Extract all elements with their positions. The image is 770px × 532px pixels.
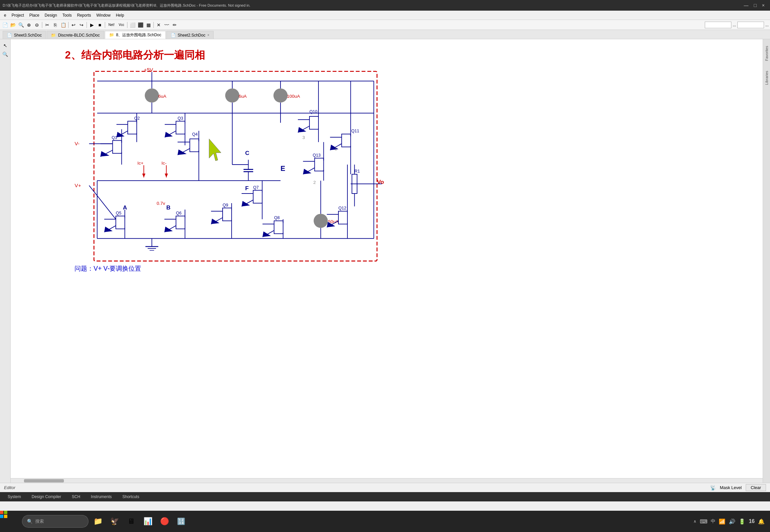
libraries-label[interactable]: Libraries: [765, 71, 769, 85]
menu-item-project[interactable]: Project: [9, 12, 27, 18]
vo-label: Vo: [377, 179, 384, 185]
taskbar: 🔍 搜索 📁 🦅 🖥 📊 🔴 🔢 ∧ ⌨ 中 📶 🔊 🔋 16 🔔: [0, 511, 770, 532]
tb-net[interactable]: Net!: [106, 21, 116, 29]
q5-label: Q5: [116, 211, 121, 215]
v-minus-label: V-: [74, 141, 79, 146]
tab-bldc[interactable]: 📁 Discrete-BLDC.SchDoc: [47, 31, 104, 39]
menu-item-reports[interactable]: Reports: [74, 12, 93, 18]
svg-rect-120: [4, 511, 7, 514]
tab-close-sheet2[interactable]: ×: [207, 33, 209, 37]
bottom-tab-system[interactable]: System: [3, 493, 26, 500]
menu-item-tools[interactable]: Tools: [60, 12, 74, 18]
close-btn[interactable]: ×: [762, 3, 765, 8]
tb-stop[interactable]: ■: [96, 21, 103, 29]
tb-zoom2[interactable]: ⊕: [25, 21, 33, 29]
svg-marker-85: [298, 127, 306, 132]
menu-item-place[interactable]: Place: [27, 12, 42, 18]
svg-marker-34: [178, 150, 187, 155]
toolbar-input1[interactable]: [705, 22, 731, 28]
tb-3[interactable]: ▦: [145, 21, 152, 29]
taskbar-sound-icon[interactable]: 🔊: [729, 518, 735, 525]
bottom-tab-design-compiler[interactable]: Design Compiler: [27, 493, 66, 500]
node-f-label: F: [245, 185, 249, 192]
tb-1[interactable]: ⬜: [129, 21, 136, 29]
tb-undo[interactable]: ↩: [70, 21, 77, 29]
r1-label: R1: [354, 169, 360, 174]
tb-run[interactable]: ▶: [88, 21, 95, 29]
taskbar-icon-huawei[interactable]: 🖥: [124, 514, 138, 529]
svg-marker-79: [263, 231, 271, 237]
svg-rect-25: [176, 121, 185, 134]
ic-plus-label: Ic+: [137, 161, 144, 166]
q3-label: Q3: [178, 116, 183, 121]
bottom-tab-shortcuts[interactable]: Shortcuts: [117, 493, 144, 500]
toolbar-input2[interactable]: [737, 22, 764, 28]
h-scrollbar[interactable]: [11, 478, 763, 483]
taskbar-battery-icon[interactable]: 🔋: [739, 518, 745, 525]
tb-open[interactable]: 📂: [9, 21, 17, 29]
taskbar-wifi-icon[interactable]: 📶: [719, 518, 725, 525]
tb-paste[interactable]: 📋: [60, 21, 67, 29]
q7-label: Q7: [253, 185, 259, 190]
start-button[interactable]: [5, 514, 20, 529]
svg-point-2: [145, 88, 159, 103]
mask-level-label: Mask Level: [720, 485, 742, 490]
taskbar-icon-files[interactable]: 📁: [90, 514, 105, 529]
taskbar-icon-chart[interactable]: 📊: [140, 514, 155, 529]
schematic-svg: 2、结合内部电路分析一遍同相 +5V 6uA 6uA 100uA: [11, 39, 763, 483]
favorites-label[interactable]: Favorites: [765, 46, 769, 61]
tab-icon-sheet2: 📄: [171, 33, 176, 38]
left-btn-2[interactable]: 🔍: [2, 51, 9, 58]
tb-wave[interactable]: 〰: [163, 21, 170, 29]
tb-cut[interactable]: ✂: [44, 21, 51, 29]
bottom-tab-instruments[interactable]: Instruments: [86, 493, 117, 500]
maximize-btn[interactable]: □: [754, 3, 756, 8]
tab-sheet2[interactable]: 📄 Sheet2.SchDoc ×: [166, 31, 214, 39]
menu-item-design[interactable]: Design: [42, 12, 60, 18]
tb-redo[interactable]: ↪: [78, 21, 85, 29]
q4-label: Q4: [192, 132, 198, 137]
tb-zoom3[interactable]: ⊖: [33, 21, 41, 29]
tb-pencil[interactable]: ✏: [171, 21, 178, 29]
title-text: D:\张飞电子总经办\张飞电子张飞老师录频软件\张飞电子张飞老师远放课程视频\张…: [3, 3, 250, 8]
canvas-area[interactable]: 2、结合内部电路分析一遍同相 +5V 6uA 6uA 100uA: [11, 39, 763, 483]
bottom-tab-sch[interactable]: SCH: [67, 493, 85, 500]
tab-active[interactable]: 📁 8、运放外围电路.SchDoc: [105, 31, 166, 39]
q9-label: Q9: [223, 203, 228, 207]
taskbar-expand-icon[interactable]: ∧: [694, 519, 697, 524]
minimize-btn[interactable]: —: [744, 3, 748, 8]
svg-marker-15: [116, 132, 124, 137]
svg-rect-60: [223, 208, 232, 221]
search-bar[interactable]: 🔍 搜索: [22, 515, 88, 528]
taskbar-lang-icon[interactable]: 中: [711, 518, 715, 524]
status-icon: 📡: [710, 485, 716, 490]
taskbar-icon-browser[interactable]: 🦅: [107, 514, 122, 529]
tb-2[interactable]: ⬛: [137, 21, 144, 29]
taskbar-notif-icon[interactable]: 🔔: [758, 518, 765, 525]
tb-cross[interactable]: ✕: [155, 21, 162, 29]
menu-bar: e Project Place Design Tools Reports Win…: [0, 11, 770, 20]
node-e-label: E: [281, 165, 285, 173]
h-scroll-thumb[interactable]: [24, 479, 64, 482]
taskbar-icon-num[interactable]: 🔢: [174, 514, 188, 529]
svg-rect-121: [0, 515, 3, 518]
tab-label-sheet3: Sheet3.SchDoc: [14, 33, 42, 38]
current-label-3: 100uA: [287, 94, 300, 99]
tab-sheet3[interactable]: 📄 Sheet3.SchDoc: [3, 31, 46, 39]
left-btn-1[interactable]: ↖: [2, 42, 9, 49]
menu-item-e[interactable]: e: [1, 12, 9, 18]
svg-rect-88: [342, 134, 351, 147]
tb-new[interactable]: 📄: [1, 21, 9, 29]
clear-button[interactable]: Clear: [746, 484, 766, 491]
tb-vcc[interactable]: Vcc: [117, 21, 126, 29]
taskbar-keyboard-icon[interactable]: ⌨: [700, 518, 707, 525]
tb-zoom[interactable]: 🔍: [17, 21, 25, 29]
window-controls[interactable]: — □ ×: [744, 3, 767, 8]
svg-marker-63: [211, 218, 219, 224]
tb-copy[interactable]: ⎘: [52, 21, 59, 29]
svg-rect-42: [116, 216, 125, 229]
menu-item-help[interactable]: Help: [113, 12, 127, 18]
menu-item-window[interactable]: Window: [93, 12, 113, 18]
svg-rect-31: [190, 139, 199, 152]
taskbar-icon-red[interactable]: 🔴: [157, 514, 172, 529]
